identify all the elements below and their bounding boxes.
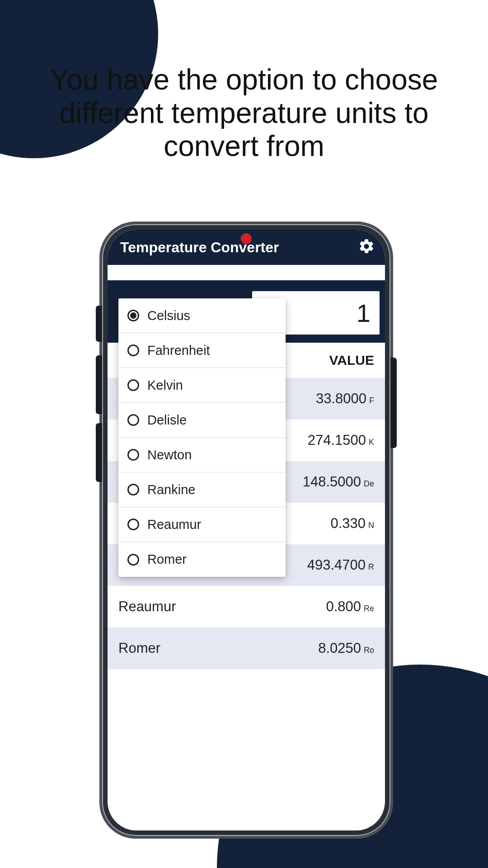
row-value-suffix: Re (364, 604, 374, 613)
row-value-suffix: De (364, 479, 374, 489)
row-value-number: 148.5000 (303, 474, 361, 490)
row-value-number: 0.330 (330, 515, 366, 532)
row-value-suffix: Ro (364, 646, 374, 655)
row-value: 274.1500K (308, 432, 374, 448)
dropdown-option-label: Romer (147, 552, 187, 567)
row-value: 493.4700R (307, 557, 374, 573)
row-value: 0.330N (330, 515, 374, 532)
radio-icon (127, 484, 139, 495)
row-value-number: 493.4700 (307, 557, 366, 573)
dropdown-option[interactable]: Reaumur (118, 507, 286, 542)
row-unit-label: Romer (118, 640, 160, 656)
row-value: 0.800Re (326, 599, 374, 615)
unit-dropdown[interactable]: CelsiusFahrenheitKelvinDelisleNewtonRank… (118, 298, 286, 577)
dropdown-option-label: Newton (147, 448, 192, 462)
app-title: Temperature Converter (120, 239, 279, 256)
phone-power-button (390, 358, 397, 448)
row-value: 8.0250Ro (318, 640, 374, 656)
row-value-suffix: R (368, 562, 374, 572)
phone-side-button (96, 306, 102, 342)
gear-icon[interactable] (358, 238, 375, 257)
row-value-number: 274.1500 (308, 432, 366, 448)
dropdown-option-label: Delisle (147, 413, 187, 428)
dropdown-option-label: Kelvin (147, 378, 183, 393)
dropdown-option-label: Celsius (147, 308, 190, 323)
phone-screen: Temperature Converter 1 U VALUE 33.8000F… (108, 230, 385, 830)
dropdown-option[interactable]: Fahrenheit (118, 333, 286, 368)
row-value-number: 0.800 (326, 599, 361, 615)
radio-icon (127, 344, 139, 356)
radio-icon (127, 414, 139, 426)
marketing-heading: You have the option to choose different … (0, 63, 488, 163)
value-input-text: 1 (357, 298, 371, 328)
phone-volume-down (96, 423, 102, 482)
radio-icon (127, 379, 139, 391)
row-value-suffix: F (369, 396, 374, 406)
dropdown-option[interactable]: Newton (118, 438, 286, 472)
radio-icon (127, 449, 139, 461)
row-unit-label: Reaumur (118, 599, 176, 615)
phone-volume-up (96, 355, 102, 414)
table-row: Romer8.0250Ro (108, 627, 385, 669)
row-value: 33.8000F (316, 391, 374, 407)
dropdown-option[interactable]: Romer (118, 542, 286, 577)
dropdown-option[interactable]: Delisle (118, 403, 286, 438)
row-value-suffix: K (369, 438, 374, 447)
phone-frame: Temperature Converter 1 U VALUE 33.8000F… (99, 222, 393, 839)
camera-notch (241, 233, 252, 244)
row-value-number: 8.0250 (318, 640, 361, 656)
dropdown-option[interactable]: Rankine (118, 472, 286, 507)
dropdown-option-label: Rankine (147, 482, 195, 497)
column-value: VALUE (329, 353, 374, 368)
dropdown-option-label: Fahrenheit (147, 343, 210, 358)
radio-icon (127, 554, 139, 566)
row-value-number: 33.8000 (316, 391, 366, 407)
dropdown-option[interactable]: Celsius (118, 298, 286, 333)
radio-icon (127, 519, 139, 530)
radio-icon (127, 310, 139, 321)
dropdown-option-label: Reaumur (147, 517, 201, 532)
table-row: Reaumur0.800Re (108, 586, 385, 627)
spacer-strip (108, 265, 385, 280)
dropdown-option[interactable]: Kelvin (118, 368, 286, 403)
row-value-suffix: N (368, 521, 374, 530)
row-value: 148.5000De (303, 474, 374, 490)
